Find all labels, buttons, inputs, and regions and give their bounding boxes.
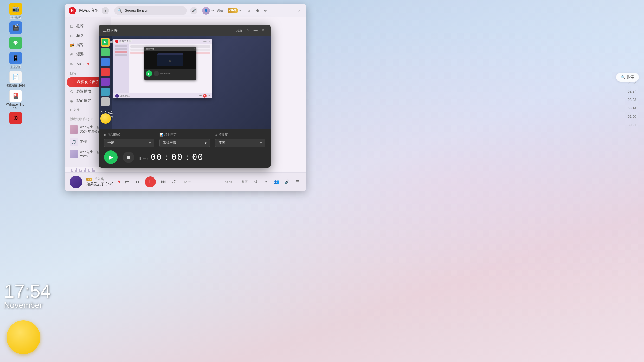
total-time: 04:05 — [225, 181, 232, 184]
tudou-close-button[interactable]: × — [260, 27, 266, 34]
like-button[interactable]: ♥ — [118, 179, 121, 185]
settings-button[interactable]: ⚙ — [254, 8, 261, 14]
tudou-preview: 网易云音乐 — □ × — [99, 36, 271, 129]
mode-grid-icon: ⊞ — [104, 133, 107, 137]
social-button[interactable]: 👥 — [273, 178, 280, 186]
current-time: 00:24 — [184, 181, 191, 184]
shop-button[interactable]: 🛍 — [263, 8, 269, 14]
audio-dropdown[interactable]: 系统声音 ▾ — [159, 139, 210, 147]
player-right-controls: 极画 词 ≈ 👥 🔊 ☰ — [240, 178, 301, 186]
mic-button[interactable]: 🎤 — [190, 7, 197, 14]
collapse-icon: ▾ — [70, 108, 72, 112]
desktop-icon-video[interactable]: 🎬 — [5, 21, 26, 35]
filter-button[interactable]: ≈ — [263, 178, 270, 186]
time-item-2: 02:27 — [628, 87, 636, 96]
favorites-icon: ♥ — [70, 80, 74, 84]
tudou-play-button[interactable]: ▶ — [104, 150, 118, 164]
back-button[interactable]: ‹ — [102, 7, 109, 14]
recent-icon: ⊙ — [70, 89, 74, 94]
tudou-bottom-controls: ⊞ 录制模式 全屏 ▾ 📊 录制声音 系统声音 — [99, 129, 271, 168]
desktop-icon-netease-mini[interactable]: ⊕ — [5, 112, 26, 125]
mail-button[interactable]: ✉ — [246, 8, 252, 14]
tudou-settings-button[interactable]: 设置 — [233, 27, 245, 34]
duration-label: 时长： — [139, 157, 150, 161]
waveform — [65, 167, 306, 172]
record-icon: ▶ — [102, 39, 108, 45]
record-button[interactable]: ▶ 录制 — [102, 39, 117, 45]
mic-icon: 🎤 — [192, 9, 196, 12]
preview-netease-window: 网易云音乐 — □ × — [113, 39, 212, 98]
clarity-dropdown[interactable]: 原画 ▾ — [215, 139, 265, 147]
audio-value: 系统声音 — [163, 141, 176, 145]
explore-icon: ◎ — [70, 52, 74, 56]
tudou-content: 网易云音乐 — □ × — [99, 36, 271, 168]
clarity-section: ◈ 清晰度 原画 ▾ — [215, 133, 265, 147]
song-info: VIP 单依纯 如果爱忘了 (live) — [86, 177, 113, 187]
playlist-button[interactable]: ☰ — [294, 178, 301, 186]
desktop-icon-screen[interactable]: 📱 上土实屏 — [5, 52, 26, 69]
tudou-stop-button[interactable]: ⏹ — [123, 152, 134, 163]
volume-button[interactable]: 🔊 — [284, 178, 291, 186]
mode-section: ⊞ 录制模式 全屏 ▾ — [104, 133, 154, 147]
clarity-icon: ◈ — [215, 133, 217, 137]
tudou-help-button[interactable]: ? — [245, 27, 252, 34]
time-item-3: 03:03 — [628, 96, 636, 104]
tudou-titlebar: 土豆录屏 设置 ? — × — [99, 25, 271, 36]
my-podcast-icon: ◉ — [70, 99, 74, 103]
list-icon: ≡ — [121, 40, 123, 44]
next-button[interactable]: ⏭ — [161, 179, 166, 185]
close-button[interactable]: × — [296, 8, 302, 14]
playlist-thumb-2: 🎵 — [70, 138, 78, 146]
mode-dropdown-arrow: ▾ — [149, 141, 151, 145]
tudou-minimize-button[interactable]: — — [252, 27, 260, 34]
mode-value: 全屏 — [107, 141, 114, 145]
record-icon: 录 — [9, 37, 22, 49]
explore-label: 漫游 — [76, 52, 84, 57]
time-item-4: 03:14 — [628, 104, 636, 113]
more-label: 更多 — [73, 107, 80, 112]
lyrics-button[interactable]: 词 — [252, 178, 260, 186]
titlebar-icons: ✉ ⚙ 🛍 ⊡ — [246, 8, 277, 14]
search-bar[interactable]: 🔍 — [114, 6, 187, 15]
audio-section: 📊 录制声音 系统声音 ▾ — [159, 133, 210, 147]
tudou-dialog: 土豆录屏 设置 ? — × — [99, 25, 271, 168]
right-time-column: 04:02 02:27 03:03 03:14 02:00 03:31 — [628, 77, 636, 129]
list-label: 列表 — [125, 40, 132, 44]
favorites-label: 我喜欢的音乐 — [77, 80, 99, 84]
desktop-icon-jiajia[interactable]: 📷 佳佳录屏 — [5, 3, 26, 19]
maximize-button[interactable]: □ — [289, 8, 295, 14]
timer-display: 00：00：00 — [151, 152, 204, 162]
quality-button[interactable]: 极画 — [240, 178, 249, 186]
playlist-thumb-3 — [70, 150, 78, 158]
time-item-5: 02:00 — [628, 113, 636, 121]
desktop-icon-wallpaper[interactable]: 📄 壁纸制作 2024 — [5, 71, 26, 87]
wallpaper-engine-icon: 🎴 — [9, 90, 22, 102]
desktop-icon-record[interactable]: 录 — [5, 37, 26, 50]
search-icon: 🔍 — [117, 8, 123, 13]
progress-bar[interactable] — [184, 180, 232, 180]
list-button[interactable]: ≡ 列表 — [121, 39, 132, 45]
minimize-button[interactable]: — — [281, 8, 288, 14]
select-icon: ▤ — [70, 34, 74, 38]
prev-button[interactable]: ⏮ — [134, 179, 140, 185]
mode-dropdown[interactable]: 全屏 ▾ — [104, 139, 154, 147]
user-avatar[interactable]: 👤 — [202, 7, 210, 15]
clarity-label: 清晰度 — [218, 133, 228, 137]
pause-button[interactable]: ⏸ — [145, 176, 156, 187]
album-art[interactable]: ♪ — [70, 176, 82, 188]
podcast-label: 播客 — [76, 43, 84, 47]
repeat-button[interactable]: ↺ — [171, 179, 176, 185]
user-area: 👤 whn先生... VIP·续 ▾ — [202, 7, 241, 15]
recommend-label: 推荐 — [76, 24, 84, 29]
playlist-name-2: 不懂 — [80, 140, 87, 144]
shuffle-button[interactable]: ⇄ — [125, 179, 129, 185]
netease-mini-icon: ⊕ — [9, 112, 22, 124]
clarity-value: 原画 — [218, 141, 225, 145]
song-artist: 单依纯 — [94, 177, 104, 181]
progress-fill — [184, 180, 190, 180]
search-input[interactable] — [125, 9, 184, 12]
desktop-icon-wallpaper-engine[interactable]: 🎴 Wallpaper Engine... — [5, 90, 26, 110]
desktop-mode-button[interactable]: ⊡ — [271, 8, 277, 14]
netease-title: 网易云音乐 — [79, 8, 99, 13]
user-dropdown-button[interactable]: ▾ — [239, 9, 241, 12]
